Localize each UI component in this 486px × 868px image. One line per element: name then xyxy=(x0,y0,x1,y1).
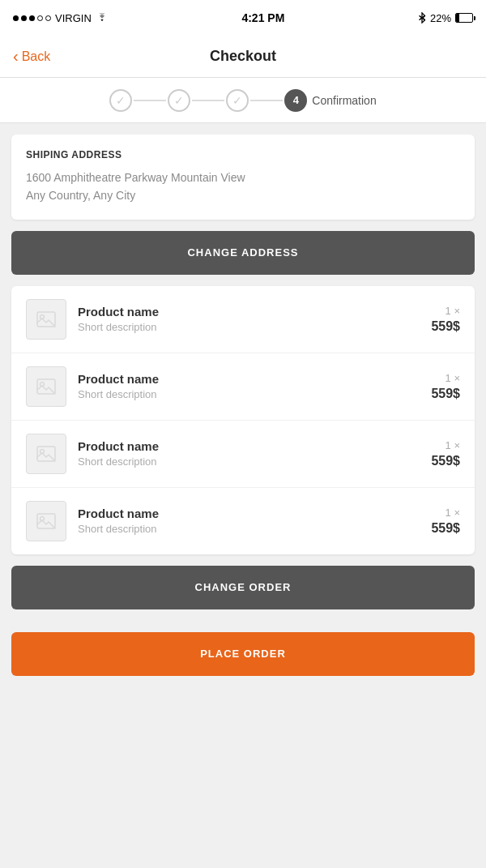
image-icon-1 xyxy=(36,311,56,327)
battery-icon xyxy=(455,13,473,23)
products-card: Product name Short description 1 × 559$ … xyxy=(11,286,475,554)
dot2 xyxy=(21,15,27,21)
product-pricing-4: 1 × 559$ xyxy=(431,507,460,536)
address-card-title: SHIPING ADDRESS xyxy=(26,149,460,160)
image-icon-3 xyxy=(36,446,56,462)
product-thumbnail-3 xyxy=(26,434,66,474)
step-2-circle: ✓ xyxy=(168,89,190,112)
product-desc-2: Short description xyxy=(78,388,420,400)
product-price-4: 559$ xyxy=(431,521,460,536)
product-name-1: Product name xyxy=(78,305,420,319)
status-left: VIRGIN xyxy=(13,12,109,24)
dot3 xyxy=(29,15,35,21)
product-price-3: 559$ xyxy=(431,454,460,468)
product-qty-2: 1 × xyxy=(431,372,460,384)
product-thumbnail-2 xyxy=(26,366,66,407)
page-title: Checkout xyxy=(210,48,276,65)
product-row: Product name Short description 1 × 559$ xyxy=(11,488,475,554)
image-icon-2 xyxy=(36,378,56,395)
step-3: ✓ xyxy=(226,89,249,112)
product-row: Product name Short description 1 × 559$ xyxy=(11,286,475,353)
steps-bar: ✓ ✓ ✓ 4 Confirmation xyxy=(0,78,486,123)
step-2-check-icon: ✓ xyxy=(174,94,184,107)
step-3-circle: ✓ xyxy=(226,89,249,112)
content-area: SHIPING ADDRESS 1600 Amphitheatre Parkwa… xyxy=(0,123,486,692)
product-desc-1: Short description xyxy=(78,321,420,333)
product-desc-3: Short description xyxy=(78,455,420,468)
product-qty-4: 1 × xyxy=(431,507,460,519)
change-order-button[interactable]: CHANGE ORDER xyxy=(11,566,475,609)
product-thumbnail-4 xyxy=(26,501,66,541)
bluetooth-icon xyxy=(418,12,426,24)
address-line1: 1600 Amphitheatre Parkway Mountain View xyxy=(26,171,245,184)
battery-label: 22% xyxy=(430,12,451,24)
product-pricing-2: 1 × 559$ xyxy=(431,372,460,401)
product-name-3: Product name xyxy=(78,439,420,453)
carrier-label: VIRGIN xyxy=(55,12,92,24)
step-1: ✓ xyxy=(109,89,132,112)
product-info-1: Product name Short description xyxy=(78,305,420,333)
product-pricing-1: 1 × 559$ xyxy=(431,305,460,334)
back-button[interactable]: ‹ Back xyxy=(13,47,50,66)
step-2: ✓ xyxy=(168,89,190,112)
address-text: 1600 Amphitheatre Parkway Mountain View … xyxy=(26,169,460,205)
product-qty-3: 1 × xyxy=(431,439,460,451)
back-label: Back xyxy=(22,49,51,64)
dot4 xyxy=(37,15,43,21)
step-4: 4 Confirmation xyxy=(284,89,376,112)
dot1 xyxy=(13,15,19,21)
wifi-icon xyxy=(96,13,109,23)
nav-bar: ‹ Back Checkout xyxy=(0,36,486,78)
signal-dots xyxy=(13,15,51,21)
step-connector-2 xyxy=(192,100,224,101)
product-row: Product name Short description 1 × 559$ xyxy=(11,421,475,488)
status-bar: VIRGIN 4:21 PM 22% xyxy=(0,0,486,36)
status-right: 22% xyxy=(418,12,473,24)
product-row: Product name Short description 1 × 559$ xyxy=(11,353,475,421)
place-order-button[interactable]: PLACE ORDER xyxy=(11,632,475,676)
product-price-2: 559$ xyxy=(431,387,460,401)
step-3-check-icon: ✓ xyxy=(232,94,242,107)
product-name-2: Product name xyxy=(78,372,420,386)
address-card: SHIPING ADDRESS 1600 Amphitheatre Parkwa… xyxy=(11,135,475,220)
product-info-3: Product name Short description xyxy=(78,439,420,468)
step-4-number: 4 xyxy=(293,94,299,106)
step-1-circle: ✓ xyxy=(109,89,132,112)
product-name-4: Product name xyxy=(78,507,420,520)
product-thumbnail-1 xyxy=(26,299,66,340)
back-chevron-icon: ‹ xyxy=(13,47,19,66)
dot5 xyxy=(45,15,51,21)
step-4-label: Confirmation xyxy=(312,94,376,107)
step-connector-3 xyxy=(250,100,283,101)
product-info-4: Product name Short description xyxy=(78,507,420,535)
step-connector-1 xyxy=(134,100,166,101)
product-desc-4: Short description xyxy=(78,523,420,535)
change-address-button[interactable]: CHANGE ADDRESS xyxy=(11,231,475,275)
product-pricing-3: 1 × 559$ xyxy=(431,439,460,468)
address-line2: Any Country, Any City xyxy=(26,189,135,202)
product-qty-1: 1 × xyxy=(431,305,460,317)
image-icon-4 xyxy=(36,513,56,529)
step-4-circle: 4 xyxy=(284,89,307,112)
step-1-check-icon: ✓ xyxy=(116,94,126,107)
product-info-2: Product name Short description xyxy=(78,372,420,400)
product-price-1: 559$ xyxy=(431,319,460,334)
status-time: 4:21 PM xyxy=(241,11,284,24)
